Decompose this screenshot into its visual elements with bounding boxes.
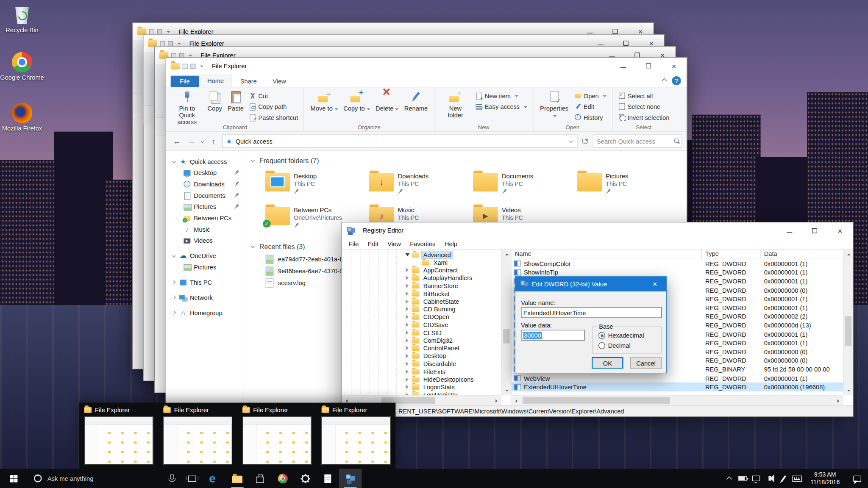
tree-node-label[interactable]: CIDSave: [422, 322, 450, 328]
sidebar-item[interactable]: OneDrive: [166, 250, 244, 262]
easy-access-button[interactable]: Easy access: [473, 101, 529, 112]
registry-value-row[interactable]: WebView REG_DWORD 0x00000001 (1): [512, 374, 843, 383]
minimize-button[interactable]: [776, 222, 802, 239]
tray-icon-button[interactable]: [722, 469, 736, 488]
help-icon[interactable]: [672, 76, 681, 85]
dialog-title-bar[interactable]: Edit DWORD (32-bit) Value ×: [515, 277, 666, 291]
scroll-up-arrow[interactable]: [502, 250, 512, 259]
tree-node-label[interactable]: LowRegistry: [422, 391, 459, 395]
scroll-left-arrow[interactable]: [512, 396, 521, 405]
expand-chevron-icon[interactable]: [172, 311, 176, 315]
tree-expander-icon[interactable]: [405, 330, 410, 335]
pin-to-quick-access-button[interactable]: Pin to Quick access: [170, 89, 204, 127]
tree-node[interactable]: AppContract: [342, 266, 501, 274]
value-name-field[interactable]: ExtendedUIHoverTime: [521, 307, 662, 318]
up-button[interactable]: ↑: [207, 135, 220, 147]
preview-thumbnail[interactable]: [242, 416, 312, 465]
sidebar-item[interactable]: Quick access: [166, 156, 244, 167]
paste-button[interactable]: Paste: [225, 89, 246, 113]
address-box[interactable]: ★ Quick access: [222, 134, 578, 148]
scroll-up-arrow[interactable]: [844, 250, 853, 259]
tree-node-label[interactable]: CLSID: [422, 329, 443, 336]
sidebar-item[interactable]: Pictures: [166, 201, 244, 213]
microphone-icon[interactable]: [170, 474, 174, 480]
cortana-search-box[interactable]: Ask me anything: [27, 469, 181, 488]
tree-expander-icon[interactable]: [415, 260, 420, 265]
tray-icon-button[interactable]: [749, 469, 763, 488]
title-bar[interactable]: Registry Editor ×: [342, 222, 853, 238]
tree-node[interactable]: LogonStats: [342, 383, 501, 391]
scrollbar-thumb[interactable]: [845, 316, 851, 346]
tree-expander-icon[interactable]: [405, 385, 410, 390]
preview-thumbnail[interactable]: [322, 416, 391, 465]
preview-thumbnail[interactable]: [84, 416, 153, 465]
column-header-name[interactable]: Name: [512, 250, 702, 258]
address-location[interactable]: Quick access: [236, 138, 273, 144]
taskbar-preview[interactable]: File Explorer: [79, 403, 159, 469]
tree-vertical-scrollbar[interactable]: [501, 250, 511, 395]
tree-expander-icon[interactable]: [405, 315, 410, 319]
tree-expander-icon[interactable]: [405, 338, 410, 343]
select-all-button[interactable]: Select all: [616, 90, 671, 101]
ribbon-tab[interactable]: File: [171, 76, 199, 87]
close-button[interactable]: ×: [644, 277, 666, 291]
tree-expander-icon[interactable]: [405, 369, 410, 374]
copy-path-button[interactable]: Copy path: [247, 101, 300, 112]
sidebar-item[interactable]: Music: [166, 224, 244, 235]
tree-expander-icon[interactable]: [405, 346, 410, 351]
ribbon-tab[interactable]: Share: [232, 76, 264, 87]
desktop-icon-glyph[interactable]: [11, 3, 33, 25]
preview-thumbnail[interactable]: [163, 416, 232, 465]
quick-access-toolbar-icon[interactable]: [183, 64, 188, 69]
values-horizontal-scrollbar[interactable]: [512, 395, 843, 405]
ribbon-tab[interactable]: Home: [199, 75, 232, 87]
tree-node-label[interactable]: AutoplayHandlers: [422, 274, 474, 281]
collapse-section-icon[interactable]: [251, 244, 256, 249]
tree-node-label[interactable]: Discardable: [422, 360, 458, 367]
menu-item[interactable]: Edit: [363, 240, 383, 247]
tree-node-label[interactable]: Advanced: [422, 251, 453, 258]
tray-icon-button[interactable]: [790, 469, 804, 488]
column-header-type[interactable]: Type: [702, 250, 761, 258]
tree-node-label[interactable]: LogonStats: [422, 384, 456, 391]
tree-node-label[interactable]: BannerStore: [422, 283, 460, 289]
column-header-data[interactable]: Data: [761, 250, 853, 258]
scroll-down-arrow[interactable]: [502, 386, 512, 396]
quick-access-toolbar-icon[interactable]: [160, 41, 165, 46]
action-center-button[interactable]: [846, 475, 868, 482]
tree-node[interactable]: FileExts: [342, 368, 501, 375]
properties-button[interactable]: Properties: [537, 89, 571, 120]
expand-chevron-icon[interactable]: [172, 295, 176, 300]
expand-chevron-icon[interactable]: [172, 254, 176, 258]
taskbar-app-button[interactable]: [339, 469, 362, 488]
tree-expander-icon[interactable]: [405, 299, 410, 304]
tree-node[interactable]: HideDesktopIcons: [342, 375, 501, 383]
search-input[interactable]: [597, 138, 670, 144]
frequent-folder-tile[interactable]: Downloads This PC: [367, 169, 471, 200]
sidebar-item[interactable]: Pictures: [166, 261, 244, 273]
taskbar-preview[interactable]: File Explorer: [158, 403, 237, 469]
scroll-right-arrow[interactable]: [834, 396, 843, 405]
decimal-radio[interactable]: Decimal: [598, 342, 631, 349]
back-button[interactable]: ←: [171, 135, 183, 147]
minimize-button[interactable]: [610, 58, 636, 74]
desktop-icon[interactable]: Mozilla Firefox: [0, 103, 44, 132]
tree-node-label[interactable]: AppContract: [422, 267, 460, 274]
tree-node[interactable]: Advanced: [342, 251, 501, 258]
frequent-folder-tile[interactable]: Pictures This PC: [575, 169, 679, 200]
close-button[interactable]: ×: [827, 222, 853, 239]
taskbar-app-button[interactable]: [317, 469, 339, 488]
tree-expander-icon[interactable]: [405, 377, 410, 382]
taskbar-preview[interactable]: File Explorer: [317, 403, 396, 469]
refresh-icon[interactable]: [582, 138, 588, 144]
copy-to-button[interactable]: Copy to: [341, 89, 372, 113]
tree-node[interactable]: ControlPanel: [342, 344, 501, 352]
open-button[interactable]: Open: [572, 90, 608, 101]
tree-node[interactable]: AutoplayHandlers: [342, 274, 501, 282]
tray-icon-button[interactable]: [763, 469, 776, 488]
sidebar-item[interactable]: Videos: [166, 235, 244, 247]
registry-value-row[interactable]: ShowInfoTip REG_DWORD 0x00000001 (1): [512, 268, 843, 277]
frequent-folder-tile[interactable]: Documents This PC: [471, 169, 575, 200]
menu-item[interactable]: Help: [440, 240, 462, 247]
tree-expander-icon[interactable]: [405, 268, 410, 273]
